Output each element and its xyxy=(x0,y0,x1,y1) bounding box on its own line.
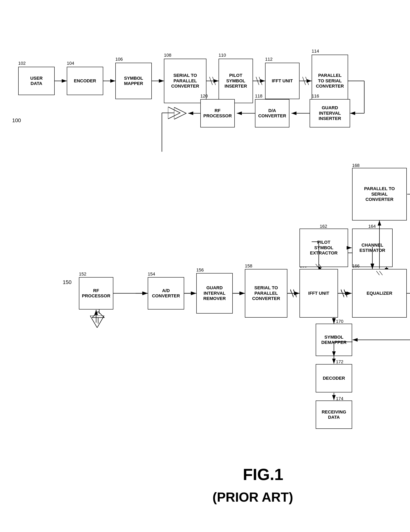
block-symbol-demapper: SYMBOL DEMAPPER xyxy=(316,324,352,356)
svg-line-53 xyxy=(290,290,293,296)
fig-label: FIG.1 xyxy=(243,465,283,484)
svg-line-37 xyxy=(293,289,296,297)
amp-tx-out xyxy=(168,107,182,119)
svg-line-57 xyxy=(344,290,347,296)
prior-art-label: (PRIOR ART) xyxy=(213,490,293,505)
block-ifft-unit-tx: IFFT UNIT xyxy=(265,63,300,99)
svg-line-16 xyxy=(256,77,259,85)
ref-162: 162 xyxy=(320,224,327,229)
ref-100: 100 xyxy=(12,117,21,124)
svg-line-38 xyxy=(341,289,344,297)
svg-line-19 xyxy=(306,77,309,85)
block-user-data: USER DATA xyxy=(18,67,55,95)
svg-line-15 xyxy=(213,77,215,85)
block-guard-interval-remover: GUARD INTERVAL REMOVER xyxy=(196,273,233,314)
block-symbol-mapper: SYMBOL MAPPER xyxy=(115,63,152,99)
block-parallel-to-serial-rx: PARALLEL TO SERIAL CONVERTER xyxy=(352,168,407,220)
ref-174: 174 xyxy=(336,396,343,401)
ref-166: 166 xyxy=(352,263,360,269)
svg-marker-83 xyxy=(90,315,104,328)
ref-172: 172 xyxy=(336,359,343,364)
svg-line-17 xyxy=(259,77,262,85)
block-equalizer: EQUALIZER xyxy=(352,269,407,318)
ref-158: 158 xyxy=(245,263,252,269)
ref-110: 110 xyxy=(219,53,226,58)
ref-150: 150 xyxy=(63,279,71,285)
ref-152: 152 xyxy=(79,271,86,277)
ref-112: 112 xyxy=(265,57,273,62)
block-receiving-data: RECEIVING DATA xyxy=(316,400,352,429)
block-da-converter: D/A CONVERTER xyxy=(255,99,289,127)
ref-118: 118 xyxy=(255,94,263,99)
ref-156: 156 xyxy=(196,267,204,273)
ref-164: 164 xyxy=(368,224,376,229)
ref-104: 104 xyxy=(67,61,74,66)
svg-marker-82 xyxy=(168,107,180,119)
block-channel-estimator: CHANNEL ESTIMATOR xyxy=(352,228,393,267)
block-guard-interval-inserter: GUARD INTERVAL INSERTER xyxy=(310,99,350,127)
svg-line-56 xyxy=(341,290,344,296)
ref-114: 114 xyxy=(312,48,319,54)
ref-106: 106 xyxy=(115,57,123,62)
ref-168: 168 xyxy=(352,163,360,168)
block-rf-processor-tx: RF PROCESSOR xyxy=(200,99,235,127)
block-serial-to-parallel: SERIAL TO PARALLEL CONVERTER xyxy=(164,59,206,103)
svg-line-18 xyxy=(303,77,306,85)
ref-108: 108 xyxy=(164,53,171,58)
block-encoder: ENCODER xyxy=(67,67,103,95)
block-ifft-unit-rx: IFFT UNIT xyxy=(300,269,338,318)
svg-line-39 xyxy=(344,289,347,297)
block-ad-converter: A/D CONVERTER xyxy=(148,277,184,310)
block-pilot-symbol-extractor: PILOT SYMBOL EXTRACTOR xyxy=(300,228,348,267)
svg-line-14 xyxy=(209,77,213,85)
diagram-container: 100 USER DATA 102 ENCODER 104 SYMBOL MAP… xyxy=(0,0,410,532)
ref-170: 170 xyxy=(336,319,343,324)
ref-102: 102 xyxy=(18,61,26,66)
amp-rx-in xyxy=(90,315,104,328)
svg-line-36 xyxy=(290,289,293,297)
ref-154: 154 xyxy=(148,271,155,277)
ref-120: 120 xyxy=(200,94,208,99)
block-pilot-symbol-inserter: PILOT SYMBOL INSERTER xyxy=(219,59,253,103)
svg-line-54 xyxy=(293,290,296,296)
block-serial-to-parallel-rx: SERIAL TO PARALLEL CONVERTER xyxy=(245,269,287,318)
block-rf-processor-rx: RF PROCESSOR xyxy=(79,277,113,310)
ref-116: 116 xyxy=(312,94,319,99)
block-decoder: DECODER xyxy=(316,364,352,392)
